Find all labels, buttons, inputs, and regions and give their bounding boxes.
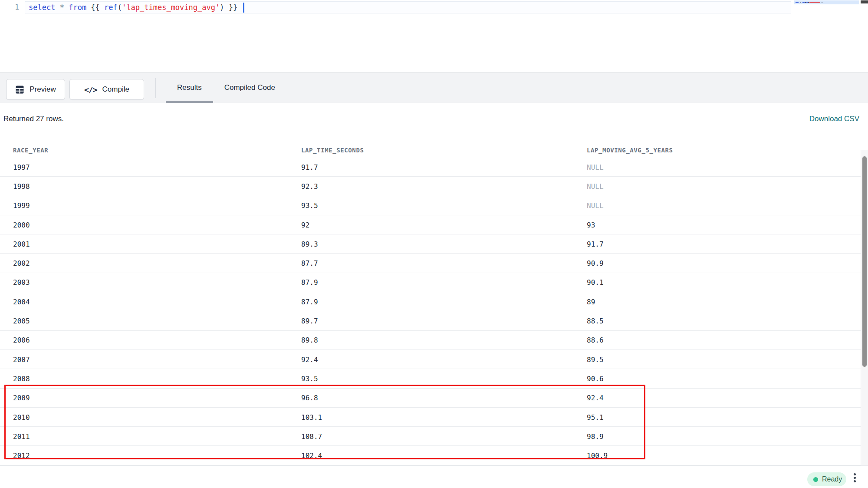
code-icon: </> [84, 85, 97, 94]
column-header-lap-moving-avg-5-years: LAP_MOVING_AVG_5_YEARS [587, 147, 673, 154]
cell-lap-moving-avg-5-years: 90.1 [587, 278, 604, 287]
results-scrollbar-thumb[interactable] [862, 156, 867, 367]
kebab-menu-icon[interactable] [849, 471, 860, 484]
table-row: 200792.489.5 [0, 350, 861, 369]
table-row: 200689.888.6 [0, 331, 861, 350]
cell-race-year: 1997 [13, 163, 30, 171]
code-token-plain: }} [224, 3, 242, 12]
code-token-string: 'lap_times_moving_avg' [122, 3, 220, 12]
code-token-keyword: ref [104, 3, 118, 12]
code-token-plain: ( [118, 3, 122, 12]
cell-lap-time-seconds: 92 [301, 221, 309, 229]
compile-button-label: Compile [102, 85, 129, 94]
table-row: 200387.990.1 [0, 273, 861, 292]
cell-lap-moving-avg-5-years: NULL [587, 201, 604, 210]
cell-lap-moving-avg-5-years: NULL [587, 182, 604, 190]
status-badge: Ready [807, 472, 846, 486]
cell-race-year: 2001 [13, 240, 30, 248]
table-header: RACE_YEAR LAP_TIME_SECONDS LAP_MOVING_AV… [0, 143, 861, 157]
cell-lap-moving-avg-5-years: 89.5 [587, 355, 604, 363]
table-row: 200589.788.5 [0, 311, 861, 330]
cell-lap-moving-avg-5-years: NULL [587, 163, 604, 171]
code-line[interactable]: select * from {{ ref('lap_times_moving_a… [29, 2, 244, 13]
text-cursor [243, 3, 244, 13]
cell-race-year: 2002 [13, 259, 30, 267]
code-token-keyword: select [29, 3, 55, 12]
code-token-keyword: from [69, 3, 86, 12]
code-token-plain: {{ [86, 3, 104, 12]
cell-lap-time-seconds: 87.9 [301, 297, 318, 306]
cell-lap-moving-avg-5-years: 89 [587, 297, 595, 306]
editor-scrollbar-thumb[interactable] [861, 0, 868, 3]
cell-lap-time-seconds: 89.7 [301, 317, 318, 325]
cell-lap-moving-avg-5-years: 90.6 [587, 374, 604, 382]
cell-race-year: 1999 [13, 201, 30, 210]
cell-race-year: 2010 [13, 413, 30, 421]
minimap[interactable] [794, 0, 859, 4]
cell-lap-time-seconds: 92.4 [301, 355, 318, 363]
table-row: 199892.3NULL [0, 177, 861, 196]
cell-race-year: 2008 [13, 374, 30, 382]
ide-screen: 1 select * from {{ ref('lap_times_moving… [0, 0, 868, 488]
row-count-summary: Returned 27 rows. [3, 115, 64, 123]
table-row: 199791.7NULL [0, 158, 861, 177]
table-row: 2010103.195.1 [0, 408, 861, 427]
tab-results[interactable]: Results [166, 73, 213, 103]
code-token-plain [64, 3, 69, 12]
status-dot-icon [813, 477, 818, 482]
cell-race-year: 2012 [13, 452, 30, 460]
column-header-lap-time-seconds: LAP_TIME_SECONDS [301, 147, 364, 154]
table-icon [15, 85, 24, 94]
cell-lap-time-seconds: 92.3 [301, 182, 318, 190]
cell-race-year: 1998 [13, 182, 30, 190]
cell-lap-moving-avg-5-years: 95.1 [587, 413, 604, 421]
code-token-plain: ) [220, 3, 224, 12]
table-row: 200996.892.4 [0, 389, 861, 408]
cell-lap-moving-avg-5-years: 92.4 [587, 394, 604, 402]
cell-lap-time-seconds: 108.7 [301, 432, 322, 440]
table-row: 200287.790.9 [0, 254, 861, 273]
cell-race-year: 2000 [13, 221, 30, 229]
cell-race-year: 2004 [13, 297, 30, 306]
status-bar: Ready [0, 465, 868, 488]
cell-lap-time-seconds: 93.5 [301, 374, 318, 382]
table-row: 2012102.4100.9 [0, 446, 861, 465]
cell-race-year: 2006 [13, 336, 30, 344]
cell-lap-moving-avg-5-years: 98.9 [587, 432, 604, 440]
cell-lap-time-seconds: 89.8 [301, 336, 318, 344]
tab-compiled-code[interactable]: Compiled Code [213, 73, 286, 103]
table-body: 199791.7NULL199892.3NULL199993.5NULL2000… [0, 158, 861, 465]
editor-scrollbar-track [860, 0, 860, 72]
table-row: 200487.989 [0, 292, 861, 311]
cell-lap-time-seconds: 91.7 [301, 163, 318, 171]
cell-lap-moving-avg-5-years: 88.6 [587, 336, 604, 344]
cell-lap-time-seconds: 89.3 [301, 240, 318, 248]
cell-lap-time-seconds: 103.1 [301, 413, 322, 421]
sql-editor[interactable]: 1 select * from {{ ref('lap_times_moving… [0, 0, 868, 72]
status-badge-label: Ready [822, 475, 842, 483]
cell-lap-moving-avg-5-years: 90.9 [587, 259, 604, 267]
cell-lap-moving-avg-5-years: 88.5 [587, 317, 604, 325]
cell-lap-time-seconds: 87.9 [301, 278, 318, 287]
toolbar-divider [155, 78, 156, 98]
results-tabs: Results Compiled Code [166, 73, 286, 103]
cell-race-year: 2003 [13, 278, 30, 287]
cell-lap-time-seconds: 93.5 [301, 201, 318, 210]
preview-button[interactable]: Preview [6, 79, 65, 100]
cell-race-year: 2007 [13, 355, 30, 363]
table-row: 20009293 [0, 215, 861, 234]
cell-race-year: 2011 [13, 432, 30, 440]
cell-lap-moving-avg-5-years: 100.9 [587, 452, 608, 460]
cell-lap-moving-avg-5-years: 93 [587, 221, 595, 229]
cell-race-year: 2005 [13, 317, 30, 325]
column-header-race-year: RACE_YEAR [13, 147, 48, 154]
code-tokens: select * from {{ ref('lap_times_moving_a… [29, 3, 242, 12]
table-row: 2011108.798.9 [0, 427, 861, 446]
compile-button[interactable]: </> Compile [69, 79, 144, 100]
code-token-plain [55, 3, 59, 12]
table-row: 200893.590.6 [0, 369, 861, 388]
download-csv-link[interactable]: Download CSV [809, 115, 859, 123]
cell-race-year: 2009 [13, 394, 30, 402]
cell-lap-moving-avg-5-years: 91.7 [587, 240, 604, 248]
table-row: 200189.391.7 [0, 234, 861, 254]
